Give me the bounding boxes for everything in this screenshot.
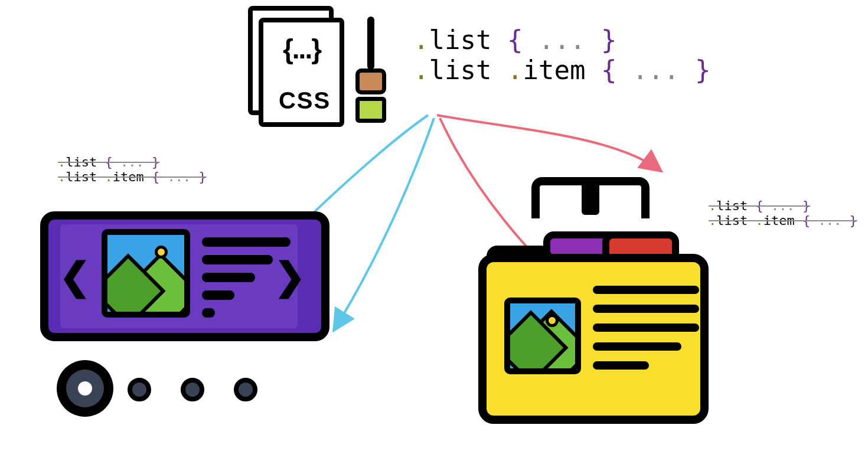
- class-name: item: [113, 169, 144, 184]
- open-brace: {: [491, 25, 538, 55]
- ellipsis: ...: [539, 25, 585, 55]
- text-line: [202, 308, 215, 318]
- ellipsis: ...: [167, 169, 191, 184]
- text-line: [593, 361, 649, 370]
- code-invalid-left-line-1: .list { ... }: [58, 155, 207, 169]
- thumb-sun: [155, 246, 168, 259]
- carousel-text-lines: [202, 237, 291, 326]
- image-thumbnail-icon: [102, 229, 190, 318]
- open-brace: {: [795, 213, 818, 228]
- carousel-pagination-dots: [57, 360, 281, 419]
- class-name: list: [716, 198, 748, 213]
- open-brace: {: [144, 169, 168, 184]
- pagination-dot-icon: [234, 378, 257, 401]
- class-name: list: [66, 155, 97, 169]
- dot: .: [413, 55, 429, 85]
- code-invalid-right-line-2: .list .item { ... }: [709, 213, 857, 228]
- close-brace: }: [191, 169, 207, 184]
- ellipsis: ...: [818, 213, 841, 228]
- arrow-red-1: [437, 115, 661, 171]
- folder-component-icon: [478, 177, 714, 431]
- class-name: list: [66, 169, 97, 184]
- dot: .: [413, 25, 429, 55]
- class-name: list: [429, 55, 492, 85]
- close-brace: }: [841, 213, 857, 228]
- pagination-dot-icon: [181, 378, 204, 401]
- code-invalid-right: .list { ... } .list .item { ... }: [709, 198, 857, 228]
- close-brace: }: [679, 55, 710, 85]
- css-page-front: {...} CSS: [259, 18, 344, 127]
- text-line: [593, 305, 699, 313]
- text-line: [202, 290, 234, 300]
- code-main-line-2: .list .item { ... }: [413, 55, 710, 85]
- code-invalid-left-line-2: .list .item { ... }: [58, 169, 207, 184]
- folder-handle-bar: [582, 182, 599, 215]
- open-brace: {: [585, 55, 632, 85]
- thumb-sun: [546, 314, 559, 327]
- text-line: [593, 286, 699, 294]
- pagination-dot-icon: [128, 378, 151, 401]
- code-main: .list { ... } .list .item { ... }: [413, 25, 710, 85]
- class-name: list: [429, 25, 492, 55]
- ellipsis: ...: [120, 155, 144, 169]
- dot: .: [58, 155, 66, 169]
- close-brace: }: [585, 25, 616, 55]
- chevron-left-icon: ❮: [59, 254, 91, 298]
- ellipsis: ...: [632, 55, 679, 85]
- dot: .: [97, 169, 113, 184]
- css-braces: {...}: [269, 33, 334, 65]
- code-invalid-right-line-1: .list { ... }: [709, 198, 857, 213]
- class-name: item: [763, 213, 795, 228]
- text-line: [202, 273, 255, 282]
- dot: .: [491, 55, 523, 85]
- class-name: list: [716, 213, 748, 228]
- dot: .: [58, 169, 66, 184]
- open-brace: {: [97, 155, 120, 169]
- text-line: [593, 342, 681, 351]
- css-file-icon: {...} CSS: [248, 6, 396, 127]
- class-name: item: [523, 55, 585, 85]
- text-line: [593, 324, 699, 332]
- pagination-dot-active-icon: [57, 360, 113, 417]
- ellipsis: ...: [771, 198, 795, 213]
- paintbrush-icon: [353, 17, 389, 126]
- text-line: [202, 255, 273, 264]
- brush-bristles: [355, 97, 386, 123]
- folder-text-lines: [593, 286, 699, 380]
- close-brace: }: [795, 198, 811, 213]
- brush-ferrule: [355, 68, 386, 94]
- carousel-component-icon: ❮ ❯: [40, 211, 329, 341]
- folder-body: [478, 254, 709, 424]
- brush-handle: [367, 17, 374, 70]
- dot: .: [748, 213, 763, 228]
- css-file-label: CSS: [275, 87, 334, 114]
- image-thumbnail-icon: [504, 298, 581, 374]
- close-brace: }: [144, 155, 160, 169]
- arrow-blue-2: [334, 118, 434, 331]
- open-brace: {: [748, 198, 771, 213]
- code-invalid-left: .list { ... } .list .item { ... }: [58, 155, 207, 184]
- code-main-line-1: .list { ... }: [413, 25, 710, 55]
- diagram-stage: {...} CSS .list { ... } .list .item { ..…: [0, 0, 868, 464]
- text-line: [202, 237, 291, 247]
